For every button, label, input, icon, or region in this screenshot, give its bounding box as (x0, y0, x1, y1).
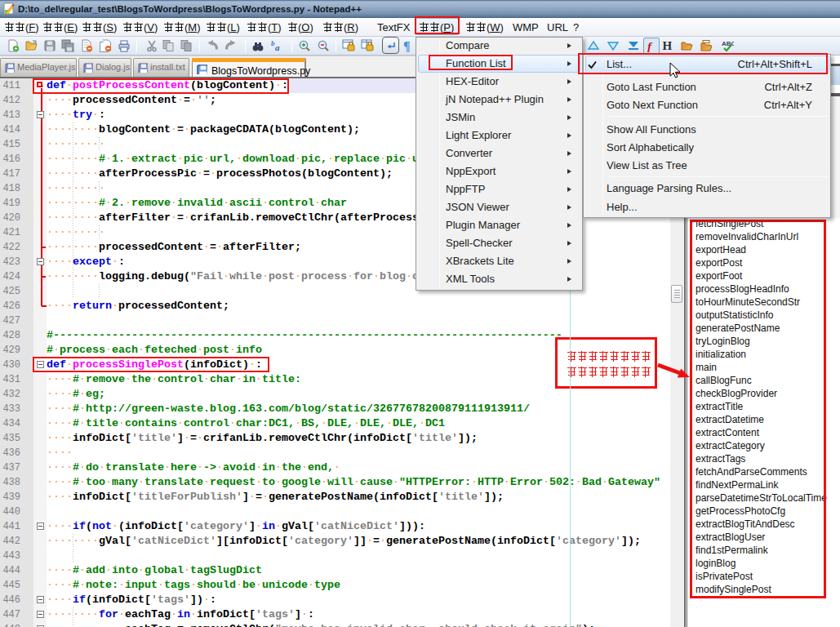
svg-text:H: H (663, 39, 673, 52)
svg-text:a: a (275, 42, 280, 52)
svg-text:ABC: ABC (722, 40, 734, 47)
svg-text:¶: ¶ (403, 39, 411, 52)
svg-text:f: f (647, 40, 653, 53)
